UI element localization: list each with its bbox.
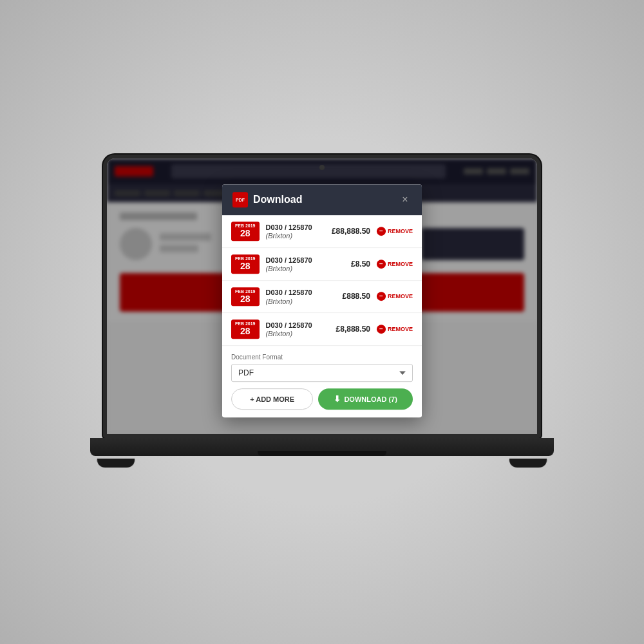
invoice-location: (Brixton) — [266, 265, 320, 272]
invoice-ref: D030 / 125870 — [266, 256, 320, 265]
date-month: Feb 2019 — [235, 322, 256, 327]
invoice-location: (Brixton) — [266, 330, 320, 338]
invoice-amount: £88,888.50 — [327, 227, 370, 236]
invoice-location: (Brixton) — [266, 232, 320, 240]
remove-button[interactable]: − REMOVE — [377, 260, 413, 269]
invoice-info: D030 / 125870 (Brixton) — [266, 223, 320, 240]
invoice-info: D030 / 125870 (Brixton) — [266, 256, 320, 272]
invoice-amount: £888.50 — [327, 292, 370, 301]
download-button[interactable]: ⬇ DOWNLOAD (7) — [318, 388, 413, 410]
download-icon: ⬇ — [334, 394, 341, 404]
invoice-ref: D030 / 125870 — [266, 223, 320, 232]
invoice-info: D030 / 125870 (Brixton) — [266, 321, 320, 337]
invoice-row: Feb 2019 28 D030 / 125870 (Brixton) £888… — [222, 281, 422, 314]
remove-button[interactable]: − REMOVE — [377, 227, 413, 236]
invoice-row: Feb 2019 28 D030 / 125870 (Brixton) £88,… — [222, 215, 422, 248]
date-day: 28 — [235, 228, 256, 239]
date-badge: Feb 2019 28 — [231, 287, 260, 307]
modal-close-button[interactable]: × — [399, 193, 412, 206]
camera-dot — [319, 165, 325, 170]
modal-header: PDF Download × — [222, 184, 422, 215]
invoice-ref: D030 / 125870 — [266, 288, 320, 297]
remove-icon: − — [377, 227, 386, 236]
remove-icon: − — [377, 260, 386, 269]
download-button-label: DOWNLOAD (7) — [344, 395, 397, 403]
date-month: Feb 2019 — [235, 289, 256, 294]
laptop-base — [90, 438, 554, 456]
date-badge: Feb 2019 28 — [231, 222, 260, 241]
invoice-ref: D030 / 125870 — [266, 321, 320, 330]
date-day: 28 — [235, 261, 256, 272]
modal-invoice-list: Feb 2019 28 D030 / 125870 (Brixton) £88,… — [222, 215, 422, 345]
remove-label: REMOVE — [388, 261, 413, 267]
download-modal: PDF Download × Feb 2019 28 D030 / 125870… — [222, 184, 422, 417]
date-month: Feb 2019 — [235, 223, 256, 228]
remove-button[interactable]: − REMOVE — [377, 325, 413, 334]
invoice-info: D030 / 125870 (Brixton) — [266, 288, 320, 305]
document-format-label: Document Format — [231, 354, 413, 361]
invoice-row: Feb 2019 28 D030 / 125870 (Brixton) £8,8… — [222, 314, 422, 346]
modal-footer: Document Format PDFExcelCSV + ADD MORE ⬇… — [222, 345, 422, 417]
format-select[interactable]: PDFExcelCSV — [231, 364, 413, 382]
date-month: Feb 2019 — [235, 256, 256, 261]
modal-title-area: PDF Download — [232, 192, 302, 207]
date-day: 28 — [235, 294, 256, 305]
date-badge: Feb 2019 28 — [231, 320, 260, 339]
date-day: 28 — [235, 327, 256, 337]
remove-label: REMOVE — [388, 294, 413, 300]
remove-icon: − — [377, 325, 386, 334]
remove-label: REMOVE — [388, 228, 413, 234]
laptop-screen: PDF Download × Feb 2019 28 D030 / 125870… — [107, 158, 537, 434]
laptop-feet — [97, 459, 547, 468]
invoice-row: Feb 2019 28 D030 / 125870 (Brixton) £8.5… — [222, 248, 422, 281]
date-badge: Feb 2019 28 — [231, 254, 260, 274]
page-background: PDF Download × Feb 2019 28 D030 / 125870… — [0, 0, 644, 644]
invoice-amount: £8,888.50 — [327, 325, 370, 334]
laptop-foot-right — [508, 459, 548, 468]
pdf-icon-label: PDF — [236, 198, 245, 202]
laptop-foot-left — [96, 459, 136, 468]
laptop-screen-border: PDF Download × Feb 2019 28 D030 / 125870… — [103, 155, 541, 438]
pdf-icon: PDF — [232, 192, 248, 207]
footer-buttons: + ADD MORE ⬇ DOWNLOAD (7) — [231, 388, 413, 410]
remove-button[interactable]: − REMOVE — [377, 292, 413, 301]
remove-icon: − — [377, 292, 386, 301]
remove-label: REMOVE — [388, 326, 413, 332]
invoice-amount: £8.50 — [327, 260, 370, 269]
add-more-button[interactable]: + ADD MORE — [231, 388, 313, 410]
laptop-container: PDF Download × Feb 2019 28 D030 / 125870… — [90, 155, 554, 489]
invoice-location: (Brixton) — [266, 298, 320, 305]
modal-title: Download — [253, 194, 302, 205]
